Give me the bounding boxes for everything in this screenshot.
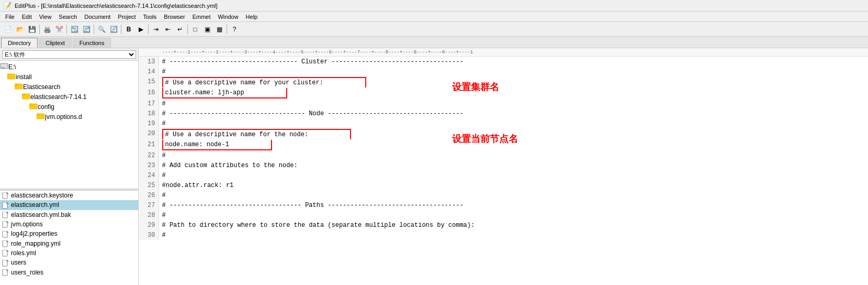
tb-replace[interactable]: 🔄 bbox=[108, 24, 119, 35]
line-content[interactable]: #node.attr.rack: r1 bbox=[159, 180, 868, 190]
file-icon bbox=[2, 211, 11, 218]
tree-item[interactable]: E:\ bbox=[0, 62, 138, 72]
code-area[interactable]: 13# ---------------------------------- C… bbox=[139, 57, 868, 285]
file-tree[interactable]: E:\installElasticsearchelasticsearch-7.1… bbox=[0, 61, 138, 189]
line-content[interactable]: # Add custom attributes to the node: bbox=[159, 160, 868, 170]
tab-cliptext[interactable]: Cliptext bbox=[39, 38, 72, 48]
line-content[interactable]: # bbox=[159, 67, 868, 76]
menu-item-document[interactable]: Document bbox=[81, 13, 114, 21]
svg-rect-8 bbox=[22, 94, 25, 95]
line-content[interactable]: # ---------------------------------- Clu… bbox=[159, 57, 868, 67]
tb-print[interactable]: 🖨️ bbox=[41, 24, 53, 35]
table-row: 17# bbox=[139, 98, 868, 108]
line-content[interactable]: # bbox=[159, 150, 868, 160]
file-item[interactable]: elasticsearch.yml bbox=[0, 200, 138, 210]
menu-item-file[interactable]: File bbox=[2, 13, 18, 21]
menu-item-browser[interactable]: Browser bbox=[161, 13, 188, 21]
tb-wrap[interactable]: ↵ bbox=[174, 24, 186, 35]
tb-sep7 bbox=[227, 25, 227, 34]
tree-item-label: elasticsearch-7.14.1 bbox=[30, 93, 86, 101]
tree-item[interactable]: config bbox=[0, 102, 138, 112]
file-item[interactable]: log4j2.properties bbox=[0, 229, 138, 238]
line-content[interactable]: # ----------------------------------- Pa… bbox=[159, 200, 868, 210]
svg-rect-10 bbox=[29, 104, 32, 105]
file-icon bbox=[2, 249, 11, 257]
file-item-label: users bbox=[11, 259, 26, 266]
table-row: 22# bbox=[139, 150, 868, 160]
drive-selector[interactable]: E:\ 软件 bbox=[0, 48, 138, 61]
line-content[interactable]: node.name: node-1设置当前节点名 bbox=[159, 139, 868, 150]
folder-icon bbox=[29, 102, 38, 111]
drive-select[interactable]: E:\ 软件 bbox=[2, 50, 136, 59]
menu-item-project[interactable]: Project bbox=[115, 13, 139, 21]
tb-misc[interactable]: ? bbox=[229, 24, 240, 35]
file-item[interactable]: jvm.options bbox=[0, 220, 138, 229]
tb-outdent[interactable]: ⇤ bbox=[162, 24, 174, 35]
line-number: 30 bbox=[139, 230, 159, 240]
tab-directory[interactable]: Directory bbox=[1, 38, 38, 48]
table-row: 19# bbox=[139, 118, 868, 128]
menu-item-view[interactable]: View bbox=[36, 13, 55, 21]
line-content[interactable]: # bbox=[159, 98, 868, 108]
app-icon: 📝 bbox=[3, 2, 12, 9]
line-number: 25 bbox=[139, 180, 159, 190]
tb-bold[interactable]: B bbox=[123, 24, 134, 35]
tb-cut[interactable]: ✂️ bbox=[53, 24, 65, 35]
file-icon bbox=[2, 240, 11, 247]
tb-run[interactable]: ▶ bbox=[135, 24, 146, 35]
file-item[interactable]: elasticsearch.keystore bbox=[0, 191, 138, 200]
tree-item[interactable]: elasticsearch-7.14.1 bbox=[0, 92, 138, 102]
menu-item-search[interactable]: Search bbox=[55, 13, 80, 21]
file-item[interactable]: role_mapping.yml bbox=[0, 239, 138, 248]
tree-item[interactable]: jvm.options.d bbox=[0, 112, 138, 122]
line-content[interactable]: # bbox=[159, 210, 868, 220]
menu-item-window[interactable]: Window bbox=[215, 13, 241, 21]
code-text: node.name: node-1 bbox=[162, 140, 272, 150]
ruler-text: ----+----1----+----2----+----3----+----4… bbox=[162, 50, 473, 55]
line-content[interactable]: # Path to directory where to store the d… bbox=[159, 220, 868, 230]
tree-item[interactable]: install bbox=[0, 72, 138, 82]
tab-functions[interactable]: Functions bbox=[73, 38, 111, 48]
file-list[interactable]: elasticsearch.keystoreelasticsearch.ymle… bbox=[0, 191, 138, 285]
line-content[interactable]: # bbox=[159, 118, 868, 128]
line-content[interactable]: # ------------------------------------ N… bbox=[159, 108, 868, 118]
file-icon bbox=[2, 269, 11, 276]
file-item-label: roles.yml bbox=[11, 249, 36, 257]
tb-indent[interactable]: ⇥ bbox=[150, 24, 162, 35]
file-item[interactable]: users_roles bbox=[0, 268, 138, 277]
line-number: 22 bbox=[139, 150, 159, 160]
line-number: 16 bbox=[139, 87, 159, 98]
tb-undo[interactable]: ↩️ bbox=[69, 24, 80, 35]
line-content[interactable]: # bbox=[159, 230, 868, 240]
line-number: 13 bbox=[139, 57, 159, 67]
tb-open[interactable]: 📂 bbox=[14, 24, 26, 35]
tb-redo[interactable]: ↪️ bbox=[81, 24, 92, 35]
table-row: 28# bbox=[139, 210, 868, 220]
tb-clip2[interactable]: ▣ bbox=[201, 24, 213, 35]
file-item-label: elasticsearch.yml bbox=[11, 201, 59, 209]
menu-item-edit[interactable]: Edit bbox=[19, 13, 35, 21]
line-number: 24 bbox=[139, 170, 159, 180]
ruler: ----+----1----+----2----+----3----+----4… bbox=[139, 48, 868, 57]
line-number: 27 bbox=[139, 200, 159, 210]
tb-search[interactable]: 🔍 bbox=[96, 24, 107, 35]
line-content[interactable]: # Use a descriptive name for your cluste… bbox=[159, 76, 868, 87]
line-content[interactable]: # bbox=[159, 190, 868, 200]
file-item[interactable]: users bbox=[0, 258, 138, 267]
line-number: 20 bbox=[139, 128, 159, 139]
tb-new[interactable]: 📄 bbox=[2, 24, 14, 35]
tree-item[interactable]: Elasticsearch bbox=[0, 82, 138, 92]
menu-item-tools[interactable]: Tools bbox=[140, 13, 160, 21]
menu-item-emmet[interactable]: Emmet bbox=[189, 13, 214, 21]
file-item-label: log4j2.properties bbox=[11, 230, 58, 237]
tree-item-label: jvm.options.d bbox=[45, 113, 82, 120]
menu-item-help[interactable]: Help bbox=[243, 13, 261, 21]
file-item[interactable]: elasticsearch.yml.bak bbox=[0, 210, 138, 220]
line-content[interactable]: # bbox=[159, 170, 868, 180]
line-content[interactable]: cluster.name: ljh-app设置集群名 bbox=[159, 87, 868, 98]
file-icon bbox=[2, 192, 11, 199]
file-item[interactable]: roles.yml bbox=[0, 248, 138, 258]
tb-clip3[interactable]: ▦ bbox=[213, 24, 225, 35]
tb-save[interactable]: 💾 bbox=[26, 24, 38, 35]
tb-clip1[interactable]: □ bbox=[189, 24, 201, 35]
